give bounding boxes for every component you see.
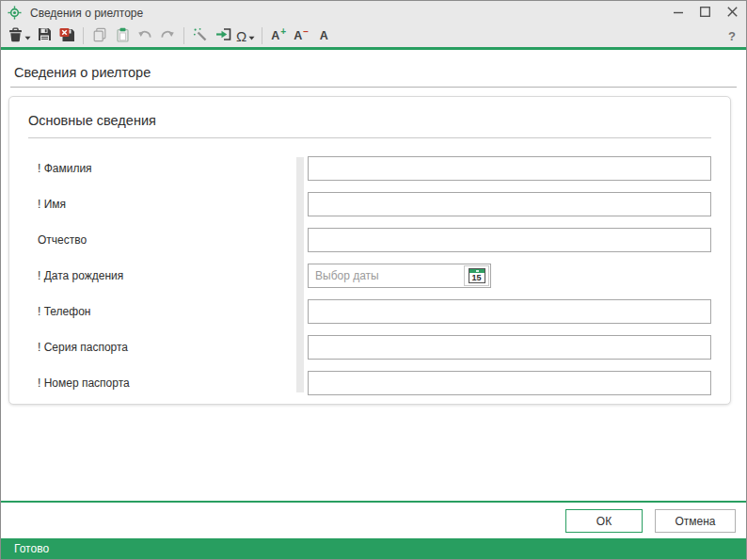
- maximize-icon: [700, 6, 710, 20]
- toolbar: Ω A+ A− A ?: [1, 24, 746, 47]
- dialog-window: Сведения о риелторе: [0, 0, 747, 560]
- target-app-icon: [8, 6, 22, 20]
- panel-divider: [28, 137, 711, 138]
- realtor-form: ! Фамилия ! Имя Отчество ! Дата рождения: [28, 151, 711, 401]
- font-reset-button[interactable]: A: [312, 25, 335, 46]
- status-text: Готово: [14, 542, 49, 555]
- window-title: Сведения о риелторе: [30, 7, 143, 20]
- save-close-button[interactable]: [56, 25, 78, 46]
- plus-icon: +: [280, 26, 286, 37]
- toolbar-separator: [262, 27, 262, 44]
- form-row: ! Фамилия: [28, 151, 711, 186]
- import-button[interactable]: [212, 25, 234, 46]
- titlebar: Сведения о риелторе: [1, 1, 746, 24]
- form-row: ! Телефон: [28, 294, 711, 329]
- cancel-button[interactable]: Отмена: [655, 509, 736, 533]
- font-decrease-button[interactable]: A−: [290, 25, 312, 46]
- field-label: ! Номер паспорта: [38, 376, 308, 390]
- window-controls: [664, 1, 746, 24]
- undo-icon: [137, 27, 152, 44]
- close-icon: [727, 6, 738, 20]
- birthdate-field: 15: [308, 264, 491, 288]
- special-symbol-button[interactable]: Ω: [234, 25, 257, 46]
- minimize-button[interactable]: [664, 1, 691, 24]
- copy-button[interactable]: [88, 25, 111, 46]
- form-label-divider-bar: [296, 157, 304, 392]
- form-row: ! Дата рождения 15: [28, 258, 711, 294]
- calendar-icon: 15: [469, 268, 485, 283]
- delete-icon: [8, 27, 23, 45]
- calendar-icon-header: [469, 269, 485, 273]
- patronymic-input[interactable]: [308, 228, 711, 252]
- form-row: ! Серия паспорта: [28, 329, 711, 365]
- paste-icon: [116, 27, 130, 45]
- redo-button[interactable]: [156, 25, 179, 46]
- magic-wand-button[interactable]: [189, 25, 212, 46]
- toolbar-separator: [83, 27, 84, 44]
- field-label: ! Серия паспорта: [38, 341, 308, 354]
- minus-icon: −: [303, 26, 309, 37]
- phone-input[interactable]: [308, 299, 711, 324]
- content-area: Сведения о риелторе Основные сведения ! …: [1, 50, 746, 501]
- page-title: Сведения о риелторе: [14, 65, 746, 80]
- chevron-down-icon: [248, 29, 255, 43]
- field-label: ! Фамилия: [38, 162, 308, 175]
- save-close-icon: [59, 27, 75, 45]
- help-icon[interactable]: ?: [728, 29, 736, 43]
- main-info-panel: Основные сведения ! Фамилия ! Имя Отчест…: [8, 96, 731, 405]
- form-row: Отчество: [28, 222, 711, 258]
- save-icon: [38, 27, 52, 44]
- chevron-down-icon: [24, 29, 31, 43]
- maximize-button[interactable]: [691, 1, 719, 24]
- font-increase-button[interactable]: A+: [267, 25, 290, 46]
- passport-number-input[interactable]: [308, 371, 711, 395]
- field-label: Отчество: [38, 233, 308, 247]
- close-button[interactable]: [719, 1, 746, 24]
- page-divider: [10, 87, 737, 88]
- calendar-icon-day: 15: [469, 273, 485, 282]
- toolbar-separator: [183, 27, 184, 44]
- field-label: ! Дата рождения: [38, 269, 308, 282]
- delete-button[interactable]: [7, 25, 33, 46]
- panel-title: Основные сведения: [28, 113, 711, 128]
- surname-input[interactable]: [308, 156, 711, 181]
- redo-icon: [160, 27, 175, 44]
- form-row: ! Номер паспорта: [28, 365, 711, 401]
- paste-button[interactable]: [111, 25, 134, 46]
- save-button[interactable]: [33, 25, 56, 46]
- font-increase-icon: A: [271, 29, 279, 42]
- form-row: ! Имя: [28, 186, 711, 222]
- undo-button[interactable]: [134, 25, 156, 46]
- field-label: ! Имя: [38, 198, 308, 211]
- firstname-input[interactable]: [308, 192, 711, 216]
- font-reset-icon: A: [320, 29, 328, 42]
- footer-bar: ОК Отмена: [1, 501, 746, 538]
- magic-wand-icon: [193, 27, 208, 45]
- calendar-button[interactable]: 15: [464, 265, 489, 286]
- ok-button[interactable]: ОК: [565, 509, 643, 533]
- minimize-icon: [674, 6, 683, 20]
- font-decrease-icon: A: [294, 29, 302, 42]
- passport-series-input[interactable]: [308, 335, 711, 360]
- field-label: ! Телефон: [38, 305, 308, 318]
- omega-symbol-icon: Ω: [236, 29, 246, 43]
- status-bar: Готово: [1, 538, 746, 559]
- copy-icon: [92, 27, 107, 45]
- import-icon: [215, 27, 231, 44]
